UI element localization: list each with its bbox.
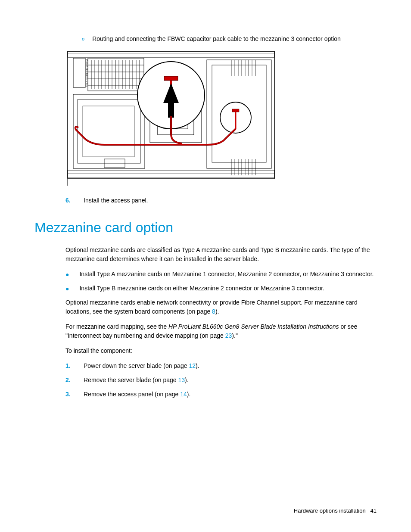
para3-suffix: )." xyxy=(232,332,238,339)
wiring-diagram-image: SILKSCREEN AREA xyxy=(65,48,277,186)
paragraph-1: Optional mezzanine cards are classified … xyxy=(65,246,377,264)
footer-section: Hardware options installation xyxy=(294,507,366,514)
sub-bullet-icon: o xyxy=(82,35,84,44)
step-number: 3. xyxy=(65,390,73,399)
step-suffix: ). xyxy=(187,391,191,398)
step-number: 6. xyxy=(65,196,73,205)
para2-prefix: Optional mezzanine cards enable network … xyxy=(65,299,358,315)
step-text: Remove the access panel (on page 14). xyxy=(84,390,190,399)
step-text: Power down the server blade (on page 12)… xyxy=(84,361,199,370)
page-footer: Hardware options installation 41 xyxy=(294,507,377,515)
step-number: 1. xyxy=(65,361,73,370)
step-text: Remove the server blade (on page 13). xyxy=(84,376,189,385)
para3-prefix: For mezzanine card mapping, see the xyxy=(65,323,168,330)
sub-list-item: o Routing and connecting the FBWC capaci… xyxy=(82,34,377,44)
step-prefix: Remove the server blade (on page xyxy=(84,376,178,383)
svg-rect-7 xyxy=(88,58,144,91)
svg-rect-29 xyxy=(83,106,134,157)
page-link-13[interactable]: 13 xyxy=(178,376,185,383)
diagram-container: SILKSCREEN AREA xyxy=(65,48,377,188)
install-step-3: 3. Remove the access panel (on page 14). xyxy=(65,390,377,399)
para2-suffix: ). xyxy=(215,308,219,315)
step-suffix: ). xyxy=(196,362,199,369)
step-6: 6. Install the access panel. xyxy=(65,196,377,205)
svg-rect-28 xyxy=(78,100,140,163)
page-link-14[interactable]: 14 xyxy=(180,391,187,398)
svg-rect-5 xyxy=(73,58,85,87)
bullet-text: Install Type A mezzanine cards on Mezzan… xyxy=(79,270,374,279)
paragraph-4: To install the component: xyxy=(65,346,377,355)
install-step-2: 2. Remove the server blade (on page 13). xyxy=(65,376,377,385)
section-heading: Mezzanine card option xyxy=(34,217,377,238)
bullet-icon: ● xyxy=(65,270,69,279)
svg-rect-57 xyxy=(232,109,239,112)
footer-page-number: 41 xyxy=(371,507,377,514)
bullet-icon: ● xyxy=(65,284,69,293)
svg-rect-3 xyxy=(68,170,274,178)
step-suffix: ). xyxy=(185,376,189,383)
svg-rect-54 xyxy=(164,76,178,81)
page-link-8[interactable]: 8 xyxy=(212,308,215,315)
paragraph-2: Optional mezzanine cards enable network … xyxy=(65,298,377,316)
sub-list-text: Routing and connecting the FBWC capacito… xyxy=(92,34,341,44)
install-step-1: 1. Power down the server blade (on page … xyxy=(65,361,377,370)
paragraph-3: For mezzanine card mapping, see the HP P… xyxy=(65,322,377,340)
page-link-12[interactable]: 12 xyxy=(189,362,196,369)
step-number: 2. xyxy=(65,376,73,385)
svg-rect-27 xyxy=(73,94,145,168)
bullet-item: ● Install Type B mezzanine cards on eith… xyxy=(65,284,377,293)
bullet-text: Install Type B mezzanine cards on either… xyxy=(79,284,324,293)
step-prefix: Remove the access panel (on page xyxy=(84,391,180,398)
step-prefix: Power down the server blade (on page xyxy=(84,362,189,369)
para3-italic: HP ProLiant BL660c Gen8 Server Blade Ins… xyxy=(168,323,339,330)
step-text: Install the access panel. xyxy=(84,196,148,205)
page-link-23[interactable]: 23 xyxy=(225,332,232,339)
bullet-item: ● Install Type A mezzanine cards on Mezz… xyxy=(65,270,377,279)
svg-rect-1 xyxy=(68,51,274,57)
